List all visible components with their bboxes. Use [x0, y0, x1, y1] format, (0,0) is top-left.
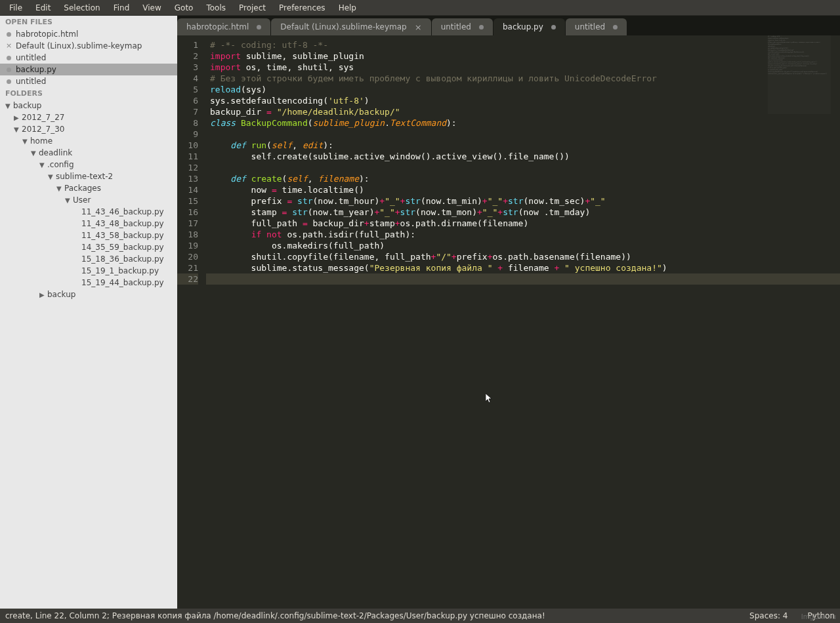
status-left: create, Line 22, Column 2; Резервная коп…: [5, 611, 545, 620]
dirty-dot-icon: [7, 56, 11, 60]
tab-row: habrotopic.htmlDefault (Linux).sublime-k…: [177, 16, 840, 35]
chevron-down-icon[interactable]: ▼: [65, 197, 73, 204]
sidebar: OPEN FILES habrotopic.html×Default (Linu…: [0, 16, 177, 609]
file-item[interactable]: 15_19_44_backup.py: [0, 277, 177, 289]
minimap[interactable]: # -*- coding: utf-8 -*-import sublime, s…: [768, 35, 831, 114]
file-item[interactable]: 14_35_59_backup.py: [0, 241, 177, 253]
chevron-down-icon[interactable]: ▼: [5, 102, 13, 110]
status-spaces[interactable]: Spaces: 4: [749, 611, 788, 620]
tab[interactable]: backup.py: [494, 18, 565, 35]
tree-label: 2012_7_30: [22, 125, 64, 134]
folders-header: FOLDERS: [0, 87, 177, 100]
tree-label: 15_19_44_backup.py: [81, 278, 164, 287]
chevron-down-icon[interactable]: ▼: [56, 185, 64, 192]
tree-label: User: [73, 195, 91, 205]
tab[interactable]: habrotopic.html: [177, 18, 270, 35]
chevron-right-icon[interactable]: ▶: [39, 291, 47, 298]
folder-item[interactable]: ▼2012_7_30: [0, 123, 177, 135]
tree-label: sublime-text-2: [56, 172, 113, 181]
folder-item[interactable]: ▶2012_7_27: [0, 111, 177, 123]
close-icon[interactable]: ×: [415, 22, 422, 32]
file-item[interactable]: 11_43_46_backup.py: [0, 206, 177, 218]
code-content[interactable]: # -*- coding: utf-8 -*-import sublime, s…: [206, 35, 840, 609]
gutter: 12345678910111213141516171819202122: [177, 35, 206, 609]
menu-tools[interactable]: Tools: [200, 1, 232, 14]
menu-selection[interactable]: Selection: [57, 1, 106, 14]
tree-label: deadlink: [39, 148, 72, 157]
tree-label: .config: [47, 160, 74, 169]
watermark: ImgLink.ru: [801, 613, 836, 620]
tree-label: 11_43_58_backup.py: [81, 231, 164, 240]
tree-label: backup: [13, 101, 41, 110]
menu-edit[interactable]: Edit: [29, 1, 57, 14]
open-files-header: OPEN FILES: [0, 16, 177, 28]
open-file-item[interactable]: untitled: [0, 75, 177, 87]
open-file-label: untitled: [16, 53, 46, 62]
tab-label: backup.py: [503, 22, 543, 31]
open-file-label: untitled: [16, 77, 46, 86]
menu-file[interactable]: File: [3, 1, 29, 14]
close-icon[interactable]: ×: [6, 41, 12, 50]
chevron-down-icon[interactable]: ▼: [22, 138, 30, 145]
open-file-label: habrotopic.html: [16, 30, 78, 39]
menu-help[interactable]: Help: [332, 1, 363, 14]
dirty-dot-icon: [7, 32, 11, 37]
menu-project[interactable]: Project: [232, 1, 272, 14]
menu-view[interactable]: View: [136, 1, 167, 14]
menu-goto[interactable]: Goto: [168, 1, 200, 14]
editor-area: habrotopic.htmlDefault (Linux).sublime-k…: [177, 16, 840, 609]
statusbar: create, Line 22, Column 2; Резервная коп…: [0, 609, 840, 623]
file-item[interactable]: 15_18_36_backup.py: [0, 253, 177, 265]
open-file-item[interactable]: ×Default (Linux).sublime-keymap: [0, 40, 177, 52]
dirty-dot-icon: [613, 25, 618, 30]
tab-label: untitled: [441, 22, 471, 31]
chevron-right-icon[interactable]: ▶: [14, 114, 22, 121]
folder-item[interactable]: ▶backup: [0, 289, 177, 300]
tree-label: 2012_7_27: [22, 113, 64, 122]
chevron-down-icon[interactable]: ▼: [31, 150, 39, 157]
code-area[interactable]: 12345678910111213141516171819202122 # -*…: [177, 35, 840, 609]
dirty-dot-icon: [257, 25, 261, 30]
folder-item[interactable]: ▼backup: [0, 100, 177, 111]
dirty-dot-icon: [7, 79, 11, 84]
tab-label: habrotopic.html: [186, 22, 249, 31]
tree-label: 11_43_48_backup.py: [81, 219, 164, 228]
tree-label: backup: [47, 290, 75, 299]
tree-label: 15_19_1_backup.py: [81, 266, 159, 275]
open-file-label: backup.py: [16, 65, 56, 74]
tab-label: Default (Linux).sublime-keymap: [280, 22, 406, 31]
dirty-dot-icon: [551, 25, 556, 30]
tab[interactable]: Default (Linux).sublime-keymap×: [271, 18, 430, 35]
menu-preferences[interactable]: Preferences: [272, 1, 332, 14]
open-file-item[interactable]: habrotopic.html: [0, 28, 177, 40]
tab[interactable]: untitled: [566, 18, 627, 35]
tree-label: Packages: [64, 184, 101, 193]
tree-label: 15_18_36_backup.py: [81, 254, 164, 264]
file-item[interactable]: 11_43_48_backup.py: [0, 218, 177, 230]
dirty-dot-icon: [479, 25, 484, 30]
folder-item[interactable]: ▼home: [0, 135, 177, 147]
tree-label: home: [30, 136, 52, 146]
chevron-down-icon[interactable]: ▼: [48, 173, 56, 180]
chevron-down-icon[interactable]: ▼: [39, 161, 47, 169]
open-file-item[interactable]: untitled: [0, 52, 177, 64]
tab-label: untitled: [575, 22, 605, 31]
folder-item[interactable]: ▼deadlink: [0, 147, 177, 159]
chevron-down-icon[interactable]: ▼: [14, 126, 22, 133]
folder-item[interactable]: ▼sublime-text-2: [0, 171, 177, 182]
file-item[interactable]: 11_43_58_backup.py: [0, 230, 177, 241]
dirty-dot-icon: [7, 68, 11, 72]
open-file-item[interactable]: backup.py: [0, 64, 177, 75]
folder-item[interactable]: ▼Packages: [0, 182, 177, 194]
menubar: FileEditSelectionFindViewGotoToolsProjec…: [0, 0, 840, 16]
tree-label: 14_35_59_backup.py: [81, 243, 164, 252]
tab[interactable]: untitled: [432, 18, 493, 35]
menu-find[interactable]: Find: [107, 1, 136, 14]
folder-item[interactable]: ▼User: [0, 194, 177, 206]
open-file-label: Default (Linux).sublime-keymap: [16, 41, 142, 50]
tree-label: 11_43_46_backup.py: [81, 207, 164, 216]
folder-item[interactable]: ▼.config: [0, 159, 177, 171]
file-item[interactable]: 15_19_1_backup.py: [0, 265, 177, 277]
